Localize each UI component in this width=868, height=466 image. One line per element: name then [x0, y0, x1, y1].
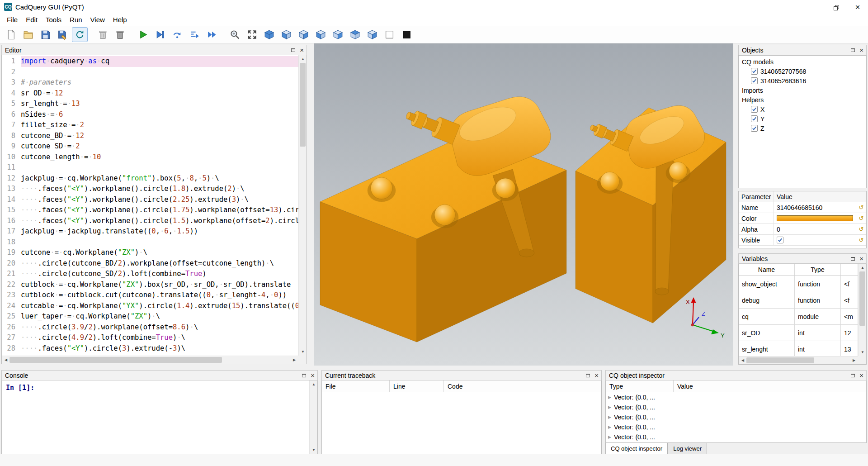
code-line[interactable]: 17jackplug·=·jackplug.translate((0,·6,·1… — [2, 226, 298, 237]
view-front-button[interactable] — [278, 27, 294, 42]
scroll-up-icon[interactable]: ▲ — [310, 380, 318, 388]
restore-button[interactable] — [826, 0, 847, 14]
variable-value[interactable]: <f — [841, 292, 858, 309]
tree-item-3140652707568[interactable]: 3140652707568 — [739, 67, 866, 76]
expand-icon[interactable]: ▶ — [608, 435, 611, 439]
viewport-canvas[interactable]: X Y Z — [314, 43, 733, 366]
scrollbar-thumb[interactable] — [746, 357, 814, 363]
new-script-button[interactable] — [3, 27, 19, 42]
view-back-button[interactable] — [296, 27, 311, 42]
save-script-button[interactable] — [38, 27, 53, 42]
code-line[interactable]: 26····.circle(3.9/2).workplane(offset=8.… — [2, 322, 298, 333]
view-iso-button[interactable] — [261, 27, 277, 42]
continue-button[interactable] — [204, 27, 220, 42]
code-line[interactable]: 19cutcone·=·cq.Workplane("ZX")·\ — [2, 247, 298, 258]
code-line[interactable]: 24cutcable·=·cq.Workplane("YX").circle(1… — [2, 301, 298, 312]
scroll-right-icon[interactable]: ▶ — [850, 357, 858, 364]
float-panel-icon[interactable] — [586, 374, 590, 377]
float-panel-icon[interactable] — [302, 374, 306, 377]
close-button[interactable]: × — [847, 0, 868, 14]
open-script-button[interactable] — [20, 27, 36, 42]
scroll-down-icon[interactable]: ▼ — [310, 446, 318, 454]
reset-icon[interactable]: ↺ — [856, 202, 866, 213]
scrollbar-thumb[interactable] — [859, 271, 865, 326]
code-line[interactable]: 28····.faces("<Y").circle(3).extrude(-3)… — [2, 343, 298, 354]
console-vertical-scrollbar[interactable]: ▲ ▼ — [309, 380, 317, 454]
view-left-button[interactable] — [313, 27, 329, 42]
view-top-button[interactable] — [347, 27, 363, 42]
scrollbar-thumb[interactable] — [300, 63, 306, 147]
variable-value[interactable]: <f — [841, 276, 858, 292]
reset-icon[interactable]: ↺ — [856, 235, 866, 246]
checkbox[interactable] — [751, 77, 758, 84]
close-panel-icon[interactable]: × — [859, 47, 863, 53]
scroll-up-icon[interactable]: ▲ — [299, 55, 307, 63]
reset-icon[interactable]: ↺ — [856, 213, 866, 224]
code-line[interactable]: 21····.circle(cutcone_SD/2).loft(combine… — [2, 269, 298, 280]
code-line[interactable]: 20····.circle(cutcone_BD/2).workplane(of… — [2, 258, 298, 269]
code-line[interactable]: 23cutblock·=·cutblock.cut(cutcone).trans… — [2, 290, 298, 301]
color-swatch[interactable] — [777, 215, 853, 221]
step-into-button[interactable] — [187, 27, 203, 42]
variable-type[interactable]: function — [795, 276, 841, 292]
inspector-row[interactable]: ▶Vector: (0.0, ... — [606, 402, 866, 412]
scroll-left-icon[interactable]: ◀ — [739, 357, 747, 364]
expand-icon[interactable]: ▶ — [608, 405, 611, 409]
code-line[interactable]: 18 — [2, 237, 298, 248]
variable-type[interactable]: function — [795, 292, 841, 309]
float-panel-icon[interactable] — [291, 48, 295, 52]
tree-group-cq-models[interactable]: CQ models — [739, 57, 866, 67]
scroll-down-icon[interactable]: ▼ — [859, 348, 867, 356]
menu-edit[interactable]: Edit — [22, 14, 42, 25]
expand-icon[interactable]: ▶ — [608, 415, 611, 419]
step-button[interactable] — [170, 27, 185, 42]
scrollbar-thumb[interactable] — [9, 357, 222, 363]
close-panel-icon[interactable]: × — [859, 255, 863, 262]
autoreload-button[interactable] — [72, 27, 88, 42]
tab-cq-object-inspector[interactable]: CQ object inspector — [605, 443, 668, 454]
variable-type[interactable]: int — [795, 325, 841, 341]
close-panel-icon[interactable]: × — [859, 372, 863, 379]
code-line[interactable]: 4sr_OD·=·12 — [2, 88, 298, 99]
close-panel-icon[interactable]: × — [300, 47, 304, 53]
prop-value-visible[interactable] — [774, 235, 856, 246]
code-line[interactable]: 13····.faces("<Y").workplane().circle(1.… — [2, 184, 298, 195]
float-panel-icon[interactable] — [851, 48, 855, 52]
tree-item-x[interactable]: X — [739, 105, 866, 114]
tree-item-3140652683616[interactable]: 3140652683616 — [739, 76, 866, 86]
menu-run[interactable]: Run — [66, 14, 86, 25]
close-panel-icon[interactable]: × — [594, 372, 599, 379]
code-line[interactable]: 16····.faces("<Y").workplane().circle(1.… — [2, 216, 298, 227]
variable-value[interactable]: 13 — [841, 341, 858, 356]
scroll-down-icon[interactable]: ▼ — [299, 348, 307, 356]
code-line[interactable]: 5sr_lenght·=·13 — [2, 99, 298, 109]
variable-name[interactable]: show_object — [739, 276, 795, 292]
inspector-row[interactable]: ▶Vector: (0.0, ... — [606, 412, 866, 422]
code-line[interactable]: 27····.circle(4.9/2).loft(combine=True)·… — [2, 333, 298, 343]
prop-value-color[interactable] — [774, 213, 856, 224]
menu-view[interactable]: View — [86, 14, 109, 25]
code-editor[interactable]: 1import·cadquery·as·cq23#·parameters4sr_… — [2, 56, 298, 356]
fit-all-button[interactable] — [244, 27, 260, 42]
menu-tools[interactable]: Tools — [42, 14, 66, 25]
minimize-button[interactable] — [806, 0, 826, 14]
editor-horizontal-scrollbar[interactable]: ◀ ▶ — [2, 356, 298, 364]
scroll-left-icon[interactable]: ◀ — [2, 356, 10, 364]
code-line[interactable]: 11 — [2, 162, 298, 173]
display-wireframe-button[interactable] — [382, 27, 397, 42]
variable-name[interactable]: cq — [739, 309, 795, 325]
save-as-button[interactable] — [55, 27, 71, 42]
checkbox[interactable] — [751, 115, 758, 122]
display-shaded-button[interactable] — [399, 27, 415, 42]
code-line[interactable]: 15····.faces("<Y").workplane().circle(1.… — [2, 205, 298, 216]
variable-name[interactable]: sr_lenght — [739, 341, 795, 356]
variables-vertical-scrollbar[interactable]: ▲ ▼ — [858, 264, 866, 356]
expand-icon[interactable]: ▶ — [608, 425, 611, 429]
view-right-button[interactable] — [330, 27, 346, 42]
float-panel-icon[interactable] — [851, 374, 855, 377]
code-line[interactable]: 7fillet_size·=·2 — [2, 120, 298, 131]
variable-name[interactable]: sr_OD — [739, 325, 795, 341]
code-line[interactable]: 3#·parameters — [2, 77, 298, 88]
view-bottom-button[interactable] — [364, 27, 380, 42]
tree-group-imports[interactable]: Imports — [739, 86, 866, 95]
